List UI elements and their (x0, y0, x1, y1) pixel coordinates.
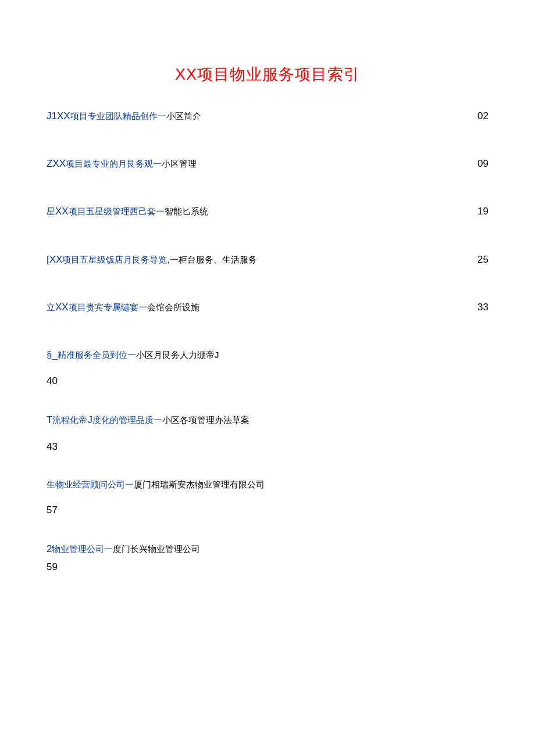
title-suffix: 项目物业服务项目索引 (197, 66, 360, 83)
toc-text: 厦门相瑞斯安杰物业管理有限公司 (134, 479, 265, 489)
toc-text: 会馆会所设施 (147, 302, 199, 312)
toc-entry: 星XX项目五星级管理西己套一智能匕系统 19 (47, 203, 488, 219)
toc-text: 一柜台服务、生活服务 (170, 255, 257, 264)
toc-entry: 2物业管理公司一度门长兴物业管理公司 59 (47, 541, 488, 575)
toc-page-number: 09 (477, 156, 488, 171)
toc-label: 2物业管理公司一度门长兴物业管理公司 (47, 541, 488, 557)
toc-label: [XX项目五星级饭店月艮务导览,一柜台服务、生活服务 (47, 252, 477, 267)
toc-label: T流程化帝J度化的管理品质一小区各项管理办法草案 (47, 412, 488, 428)
toc-text: 智能匕系统 (165, 206, 208, 216)
toc-label: ZXX项目最专业的月艮务观一小区管理 (47, 156, 477, 171)
toc-link[interactable]: 生物业经营顾问公司一 (47, 479, 134, 489)
toc-link[interactable]: 星XX项目五星级管理西己套一 (47, 206, 165, 216)
toc-label: §_精准服务全员到位一小区月艮务人力绷帝J (47, 347, 488, 363)
toc-entry: 生物业经营顾问公司一厦门相瑞斯安杰物业管理有限公司 57 (47, 478, 488, 518)
toc-link[interactable]: 立XX项目贵宾专属缱宴一 (47, 302, 147, 312)
toc-entry: [XX项目五星级饭店月艮务导览,一柜台服务、生活服务 25 (47, 252, 488, 267)
toc-page-number: 57 (47, 502, 488, 518)
toc-page-number: 59 (47, 559, 488, 575)
title-prefix: XX (175, 66, 197, 83)
toc-link[interactable]: ZXX项目最专业的月艮务观一 (47, 159, 162, 169)
toc-text: 度门长兴物业管理公司 (113, 544, 200, 554)
toc-page-number: 25 (477, 252, 488, 267)
toc-entry: §_精准服务全员到位一小区月艮务人力绷帝J 40 (47, 347, 488, 389)
toc-entry: ZXX项目最专业的月艮务观一小区管理 09 (47, 156, 488, 171)
toc-label: 立XX项目贵宾专属缱宴一会馆会所设施 (47, 299, 477, 315)
document-title: XX项目物业服务项目索引 (47, 64, 488, 85)
toc-page-number: 19 (477, 203, 488, 219)
toc-entry: 立XX项目贵宾专属缱宴一会馆会所设施 33 (47, 299, 488, 315)
toc-link[interactable]: 2物业管理公司一 (47, 544, 113, 554)
toc-link[interactable]: §_精准服务全员到位一 (47, 350, 136, 360)
toc-link[interactable]: T流程化帝J度化的管理品质一 (47, 415, 162, 425)
toc-page-number: 02 (477, 108, 488, 124)
toc-link[interactable]: J1XX项目专业团队精品创作一 (47, 111, 166, 121)
toc-entry: T流程化帝J度化的管理品质一小区各项管理办法草案 43 (47, 412, 488, 454)
toc-text: 小区各项管理办法草案 (162, 415, 249, 425)
toc-label: 生物业经营顾问公司一厦门相瑞斯安杰物业管理有限公司 (47, 478, 488, 492)
toc-page-number: 43 (47, 439, 488, 454)
toc-page-number: 33 (477, 299, 488, 315)
toc-label: 星XX项目五星级管理西己套一智能匕系统 (47, 203, 477, 219)
toc-text: 小区简介 (166, 111, 201, 121)
toc-text: 小区管理 (162, 159, 197, 169)
toc-entry: J1XX项目专业团队精品创作一小区简介 02 (47, 108, 488, 124)
toc-label: J1XX项目专业团队精品创作一小区简介 (47, 108, 477, 124)
toc-text: 小区月艮务人力绷帝J (136, 350, 219, 360)
toc-link[interactable]: [XX项目五星级饭店月艮务导览, (47, 255, 170, 264)
toc-page-number: 40 (47, 373, 488, 389)
